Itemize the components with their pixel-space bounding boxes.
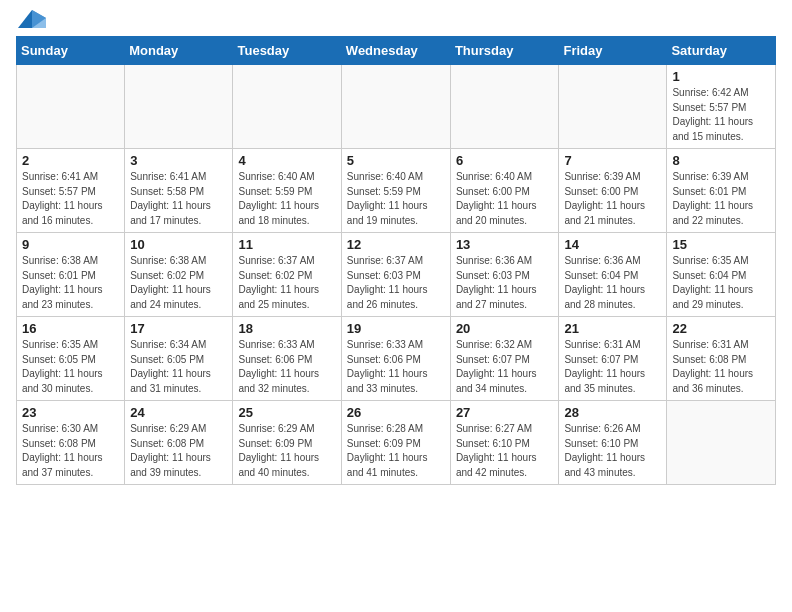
calendar-cell: 28Sunrise: 6:26 AM Sunset: 6:10 PM Dayli… (559, 401, 667, 485)
day-number: 27 (456, 405, 554, 420)
calendar-cell: 5Sunrise: 6:40 AM Sunset: 5:59 PM Daylig… (341, 149, 450, 233)
day-info: Sunrise: 6:39 AM Sunset: 6:01 PM Dayligh… (672, 170, 770, 228)
calendar-cell: 1Sunrise: 6:42 AM Sunset: 5:57 PM Daylig… (667, 65, 776, 149)
weekday-header-sunday: Sunday (17, 37, 125, 65)
calendar-cell (559, 65, 667, 149)
calendar-cell: 21Sunrise: 6:31 AM Sunset: 6:07 PM Dayli… (559, 317, 667, 401)
weekday-header-wednesday: Wednesday (341, 37, 450, 65)
calendar-cell (450, 65, 559, 149)
calendar-cell: 7Sunrise: 6:39 AM Sunset: 6:00 PM Daylig… (559, 149, 667, 233)
calendar-cell: 22Sunrise: 6:31 AM Sunset: 6:08 PM Dayli… (667, 317, 776, 401)
calendar-cell: 9Sunrise: 6:38 AM Sunset: 6:01 PM Daylig… (17, 233, 125, 317)
weekday-header-thursday: Thursday (450, 37, 559, 65)
calendar-cell (667, 401, 776, 485)
calendar-cell: 20Sunrise: 6:32 AM Sunset: 6:07 PM Dayli… (450, 317, 559, 401)
calendar-cell: 15Sunrise: 6:35 AM Sunset: 6:04 PM Dayli… (667, 233, 776, 317)
weekday-header-saturday: Saturday (667, 37, 776, 65)
day-info: Sunrise: 6:33 AM Sunset: 6:06 PM Dayligh… (238, 338, 335, 396)
day-info: Sunrise: 6:35 AM Sunset: 6:05 PM Dayligh… (22, 338, 119, 396)
calendar-cell: 25Sunrise: 6:29 AM Sunset: 6:09 PM Dayli… (233, 401, 341, 485)
day-number: 26 (347, 405, 445, 420)
calendar-cell: 16Sunrise: 6:35 AM Sunset: 6:05 PM Dayli… (17, 317, 125, 401)
day-number: 4 (238, 153, 335, 168)
day-info: Sunrise: 6:29 AM Sunset: 6:09 PM Dayligh… (238, 422, 335, 480)
day-info: Sunrise: 6:40 AM Sunset: 6:00 PM Dayligh… (456, 170, 554, 228)
calendar-cell: 11Sunrise: 6:37 AM Sunset: 6:02 PM Dayli… (233, 233, 341, 317)
day-number: 20 (456, 321, 554, 336)
calendar-cell: 26Sunrise: 6:28 AM Sunset: 6:09 PM Dayli… (341, 401, 450, 485)
day-info: Sunrise: 6:29 AM Sunset: 6:08 PM Dayligh… (130, 422, 227, 480)
day-info: Sunrise: 6:27 AM Sunset: 6:10 PM Dayligh… (456, 422, 554, 480)
calendar-cell: 23Sunrise: 6:30 AM Sunset: 6:08 PM Dayli… (17, 401, 125, 485)
calendar-cell: 27Sunrise: 6:27 AM Sunset: 6:10 PM Dayli… (450, 401, 559, 485)
day-number: 28 (564, 405, 661, 420)
day-number: 2 (22, 153, 119, 168)
day-info: Sunrise: 6:26 AM Sunset: 6:10 PM Dayligh… (564, 422, 661, 480)
calendar-cell: 19Sunrise: 6:33 AM Sunset: 6:06 PM Dayli… (341, 317, 450, 401)
day-info: Sunrise: 6:35 AM Sunset: 6:04 PM Dayligh… (672, 254, 770, 312)
day-info: Sunrise: 6:33 AM Sunset: 6:06 PM Dayligh… (347, 338, 445, 396)
calendar-cell: 17Sunrise: 6:34 AM Sunset: 6:05 PM Dayli… (125, 317, 233, 401)
day-info: Sunrise: 6:41 AM Sunset: 5:57 PM Dayligh… (22, 170, 119, 228)
weekday-header-tuesday: Tuesday (233, 37, 341, 65)
calendar-cell (341, 65, 450, 149)
day-info: Sunrise: 6:37 AM Sunset: 6:02 PM Dayligh… (238, 254, 335, 312)
day-number: 18 (238, 321, 335, 336)
day-number: 5 (347, 153, 445, 168)
day-info: Sunrise: 6:40 AM Sunset: 5:59 PM Dayligh… (347, 170, 445, 228)
day-number: 24 (130, 405, 227, 420)
calendar-cell: 10Sunrise: 6:38 AM Sunset: 6:02 PM Dayli… (125, 233, 233, 317)
day-number: 6 (456, 153, 554, 168)
day-info: Sunrise: 6:34 AM Sunset: 6:05 PM Dayligh… (130, 338, 227, 396)
calendar-week-row-4: 16Sunrise: 6:35 AM Sunset: 6:05 PM Dayli… (17, 317, 776, 401)
day-info: Sunrise: 6:32 AM Sunset: 6:07 PM Dayligh… (456, 338, 554, 396)
day-number: 17 (130, 321, 227, 336)
logo-icon (18, 10, 46, 28)
day-info: Sunrise: 6:38 AM Sunset: 6:01 PM Dayligh… (22, 254, 119, 312)
calendar-cell: 13Sunrise: 6:36 AM Sunset: 6:03 PM Dayli… (450, 233, 559, 317)
calendar-cell: 8Sunrise: 6:39 AM Sunset: 6:01 PM Daylig… (667, 149, 776, 233)
day-number: 14 (564, 237, 661, 252)
svg-marker-1 (32, 10, 46, 28)
day-info: Sunrise: 6:38 AM Sunset: 6:02 PM Dayligh… (130, 254, 227, 312)
day-number: 9 (22, 237, 119, 252)
calendar-cell (125, 65, 233, 149)
day-number: 7 (564, 153, 661, 168)
day-number: 13 (456, 237, 554, 252)
day-info: Sunrise: 6:36 AM Sunset: 6:04 PM Dayligh… (564, 254, 661, 312)
day-number: 3 (130, 153, 227, 168)
day-number: 23 (22, 405, 119, 420)
day-info: Sunrise: 6:30 AM Sunset: 6:08 PM Dayligh… (22, 422, 119, 480)
weekday-header-monday: Monday (125, 37, 233, 65)
day-info: Sunrise: 6:40 AM Sunset: 5:59 PM Dayligh… (238, 170, 335, 228)
day-number: 21 (564, 321, 661, 336)
calendar-table: SundayMondayTuesdayWednesdayThursdayFrid… (16, 36, 776, 485)
day-info: Sunrise: 6:31 AM Sunset: 6:07 PM Dayligh… (564, 338, 661, 396)
logo (16, 16, 46, 28)
day-info: Sunrise: 6:39 AM Sunset: 6:00 PM Dayligh… (564, 170, 661, 228)
day-number: 12 (347, 237, 445, 252)
day-number: 11 (238, 237, 335, 252)
calendar-cell (17, 65, 125, 149)
calendar-cell: 12Sunrise: 6:37 AM Sunset: 6:03 PM Dayli… (341, 233, 450, 317)
day-info: Sunrise: 6:42 AM Sunset: 5:57 PM Dayligh… (672, 86, 770, 144)
day-info: Sunrise: 6:28 AM Sunset: 6:09 PM Dayligh… (347, 422, 445, 480)
weekday-header-row: SundayMondayTuesdayWednesdayThursdayFrid… (17, 37, 776, 65)
weekday-header-friday: Friday (559, 37, 667, 65)
calendar-cell: 18Sunrise: 6:33 AM Sunset: 6:06 PM Dayli… (233, 317, 341, 401)
calendar-week-row-1: 1Sunrise: 6:42 AM Sunset: 5:57 PM Daylig… (17, 65, 776, 149)
calendar-cell: 4Sunrise: 6:40 AM Sunset: 5:59 PM Daylig… (233, 149, 341, 233)
calendar-cell: 2Sunrise: 6:41 AM Sunset: 5:57 PM Daylig… (17, 149, 125, 233)
page-header (16, 16, 776, 28)
day-info: Sunrise: 6:41 AM Sunset: 5:58 PM Dayligh… (130, 170, 227, 228)
calendar-cell: 24Sunrise: 6:29 AM Sunset: 6:08 PM Dayli… (125, 401, 233, 485)
calendar-week-row-5: 23Sunrise: 6:30 AM Sunset: 6:08 PM Dayli… (17, 401, 776, 485)
day-info: Sunrise: 6:36 AM Sunset: 6:03 PM Dayligh… (456, 254, 554, 312)
calendar-week-row-3: 9Sunrise: 6:38 AM Sunset: 6:01 PM Daylig… (17, 233, 776, 317)
day-number: 15 (672, 237, 770, 252)
day-number: 22 (672, 321, 770, 336)
day-number: 8 (672, 153, 770, 168)
calendar-week-row-2: 2Sunrise: 6:41 AM Sunset: 5:57 PM Daylig… (17, 149, 776, 233)
day-info: Sunrise: 6:31 AM Sunset: 6:08 PM Dayligh… (672, 338, 770, 396)
calendar-cell: 14Sunrise: 6:36 AM Sunset: 6:04 PM Dayli… (559, 233, 667, 317)
